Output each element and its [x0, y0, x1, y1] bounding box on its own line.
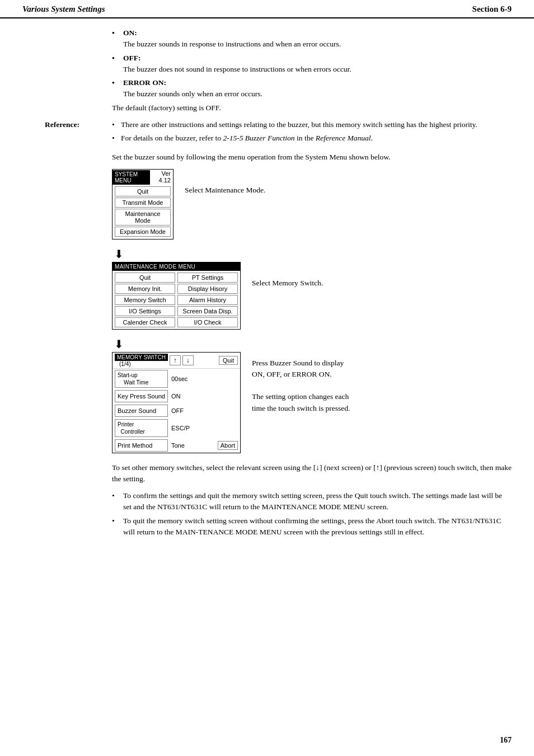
default-text: The default (factory) setting is OFF.: [112, 102, 512, 114]
memsw-container: MEMORY SWITCH (1/4) ↑ ↓ Quit Start-up Wa…: [112, 352, 512, 453]
arrow-down-2: ⬇: [114, 339, 512, 350]
bullet-dot-on: •: [112, 27, 123, 50]
sub-bullet-2: • To quit the memory switch setting scre…: [112, 515, 512, 538]
diagram-area: SYSTEM MENU Ver 4.12 Quit Transmit Mode …: [112, 169, 512, 453]
memsw-value-keypress: ON: [168, 392, 240, 401]
navigation-text: To set other memory switches, select the…: [112, 462, 512, 485]
page-number: 167: [500, 736, 512, 745]
maint-menu-title: MAINTENANCE MODE MENU: [113, 262, 240, 271]
arrow-down-1: ⬇: [114, 248, 512, 260]
sub-bullet-2-dot: •: [112, 515, 123, 538]
memsw-abort-btn[interactable]: Abort: [218, 441, 238, 450]
maint-item-memory-switch[interactable]: Memory Switch: [115, 295, 175, 305]
memsw-value-startup: 00sec: [168, 374, 240, 383]
memsw-label-buzzer[interactable]: Buzzer Sound: [115, 405, 168, 417]
maint-grid: Quit PT Settings Memory Init. Display Hi…: [113, 271, 240, 329]
sub-bullet-1-text: To confirm the settings and quit the mem…: [123, 490, 512, 513]
intro-text: Set the buzzer sound by following the me…: [112, 152, 512, 163]
maint-item-pt-settings[interactable]: PT Settings: [177, 273, 238, 283]
sys-menu-description: Select Maintenance Mode.: [185, 169, 265, 195]
memsw-description: Press Buzzer Sound to display ON, OFF, o…: [252, 352, 353, 414]
memsw-value-buzzer: OFF: [168, 406, 240, 415]
memsw-label-printmethod: Print Method: [115, 439, 168, 452]
memsw-label-startup: Start-up Wait Time: [115, 370, 168, 388]
reference-section: Reference: • There are other instruction…: [45, 119, 512, 147]
memsw-value-printmethod: Tone: [168, 441, 218, 450]
sub-bullet-1: • To confirm the settings and quit the m…: [112, 490, 512, 513]
maint-menu-box: MAINTENANCE MODE MENU Quit PT Settings M…: [112, 262, 241, 330]
memsw-row-startup: Start-up Wait Time 00sec: [113, 369, 240, 389]
maint-item-calender-check[interactable]: Calender Check: [115, 317, 175, 327]
system-menu-container: SYSTEM MENU Ver 4.12 Quit Transmit Mode …: [112, 169, 512, 240]
bullet-text-on: ON: The buzzer sounds in response to ins…: [123, 27, 512, 50]
maint-item-io-settings[interactable]: I/O Settings: [115, 306, 175, 316]
maint-item-quit[interactable]: Quit: [115, 273, 175, 283]
memsw-row-keypress: Key Press Sound ON: [113, 389, 240, 403]
page: Various System Settings Section 6-9 • ON…: [0, 0, 534, 756]
maint-item-io-check[interactable]: I/O Check: [177, 317, 238, 327]
sub-bullet-1-dot: •: [112, 490, 123, 513]
system-menu-version: Ver 4.12: [150, 170, 173, 185]
bullet-text-off: OFF: The buzzer does not sound in respon…: [123, 53, 512, 76]
memsw-label-printer: Printer Controller: [115, 419, 168, 437]
maint-item-display-history[interactable]: Display Hisory: [177, 284, 238, 294]
memsw-desc-line1: Press Buzzer Sound to display ON, OFF, o…: [252, 358, 353, 381]
ref-bullet-2-dot: •: [112, 133, 121, 144]
ref-bullet-1-text: There are other instructions and setting…: [121, 119, 477, 130]
sys-menu-item-maintenance[interactable]: Maintenance Mode: [115, 209, 171, 226]
reference-content: • There are other instructions and setti…: [112, 119, 512, 147]
memsw-desc-line2: The setting option changes each time the…: [252, 391, 353, 414]
sys-menu-item-quit[interactable]: Quit: [115, 186, 171, 196]
ref-bullet-2-text: For details on the buzzer, refer to 2-15…: [121, 133, 373, 144]
maint-item-alarm-history[interactable]: Alarm History: [177, 295, 238, 305]
maint-item-screen-data[interactable]: Screen Data Disp.: [177, 306, 238, 316]
memsw-row-printmethod: Print Method Tone Abort: [113, 438, 240, 453]
reference-label: Reference:: [45, 119, 112, 147]
header-left: Various System Settings: [22, 4, 105, 14]
memsw-down-arrow[interactable]: ↓: [182, 355, 194, 365]
sys-menu-item-expansion[interactable]: Expansion Mode: [115, 227, 171, 237]
maint-item-memory-init[interactable]: Memory Init.: [115, 284, 175, 294]
page-header: Various System Settings Section 6-9: [0, 0, 534, 18]
maint-menu-description: Select Memory Switch.: [252, 262, 323, 288]
system-menu-box: SYSTEM MENU Ver 4.12 Quit Transmit Mode …: [112, 169, 174, 240]
memsw-row-buzzer[interactable]: Buzzer Sound OFF: [113, 403, 240, 418]
memory-switch-box: MEMORY SWITCH (1/4) ↑ ↓ Quit Start-up Wa…: [112, 352, 241, 453]
bullet-dot-off: •: [112, 53, 123, 76]
system-menu-title: SYSTEM MENU: [113, 170, 150, 185]
memsw-title: MEMORY SWITCH: [115, 354, 168, 361]
header-right: Section 6-9: [472, 4, 512, 14]
bullet-text-error: ERROR ON: The buzzer sounds only when an…: [123, 77, 512, 100]
sub-bullets-section: • To confirm the settings and quit the m…: [112, 490, 512, 538]
memsw-value-printer: ESC/P: [168, 424, 240, 433]
memsw-subtitle: (1/4): [115, 361, 168, 367]
bullet-on: • ON: The buzzer sounds in response to i…: [112, 27, 512, 114]
ref-bullet-1-dot: •: [112, 119, 121, 130]
sys-menu-item-transmit[interactable]: Transmit Mode: [115, 198, 171, 208]
memsw-quit-btn[interactable]: Quit: [219, 356, 238, 365]
memsw-up-arrow[interactable]: ↑: [170, 355, 181, 365]
maint-menu-container: MAINTENANCE MODE MENU Quit PT Settings M…: [112, 262, 512, 330]
memsw-label-keypress: Key Press Sound: [115, 390, 168, 402]
bullet-dot-error: •: [112, 77, 123, 100]
main-content: • ON: The buzzer sounds in response to i…: [0, 27, 534, 565]
memsw-row-printer: Printer Controller ESC/P: [113, 418, 240, 438]
sub-bullet-2-text: To quit the memory switch setting screen…: [123, 515, 512, 538]
